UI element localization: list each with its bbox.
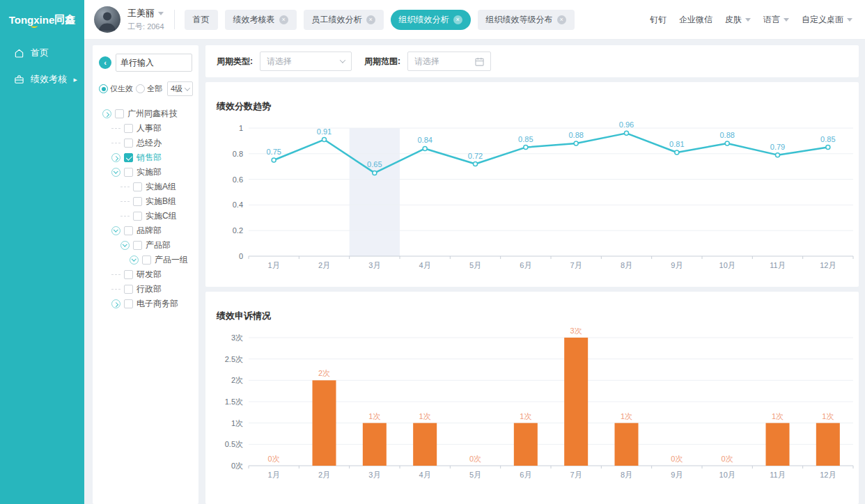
tree-node[interactable]: 人事部: [99, 121, 192, 136]
chevron-right-circle-icon[interactable]: [102, 109, 111, 118]
chevron-down-circle-icon[interactable]: [130, 255, 139, 265]
tree-connector-line: [111, 274, 120, 275]
tree-node-label: 实施A组: [146, 181, 176, 193]
svg-text:0.81: 0.81: [669, 140, 684, 148]
svg-text:0次: 0次: [231, 462, 243, 470]
svg-text:7月: 7月: [570, 261, 582, 269]
radio-option[interactable]: 仅生效: [99, 84, 133, 94]
workspace-tab[interactable]: 组织绩效分析×: [391, 10, 471, 30]
radio-option[interactable]: 全部: [136, 84, 162, 94]
svg-text:0次: 0次: [469, 455, 481, 463]
line-chart-title: 绩效分数趋势: [217, 100, 859, 113]
tree-node[interactable]: 品牌部: [99, 223, 192, 238]
tree-checkbox[interactable]: [124, 270, 133, 279]
svg-text:0.85: 0.85: [518, 135, 533, 143]
tree-node[interactable]: 产品一组: [99, 253, 192, 267]
sidebar-item-home[interactable]: 首页: [0, 40, 84, 66]
tab-label: 员工绩效分析: [312, 14, 362, 26]
tree-connector-line: [120, 187, 130, 187]
chevron-down-circle-icon[interactable]: [120, 241, 130, 250]
user-avatar[interactable]: [94, 6, 120, 33]
close-icon[interactable]: ×: [453, 15, 462, 24]
tree-node[interactable]: 实施C组: [99, 209, 192, 223]
workspace-tab[interactable]: 绩效考核表×: [225, 10, 297, 30]
tree-checkbox[interactable]: [124, 124, 133, 133]
tree-node[interactable]: 研发部: [99, 267, 192, 282]
close-icon[interactable]: ×: [557, 15, 566, 24]
chevron-down-circle-icon[interactable]: [111, 226, 120, 235]
chevron-down-icon: [784, 18, 789, 22]
chevron-right-circle-icon[interactable]: [111, 153, 120, 162]
tree-node[interactable]: 总经办: [99, 136, 192, 150]
tree-checkbox[interactable]: [124, 299, 133, 308]
collapse-panel-button[interactable]: ‹: [99, 56, 111, 69]
tree-node-label: 研发部: [137, 269, 162, 281]
tree-checkbox[interactable]: [142, 255, 151, 265]
tree-checkbox[interactable]: [124, 139, 133, 148]
tree-node[interactable]: 实施部: [99, 165, 192, 180]
svg-text:0.79: 0.79: [770, 143, 785, 151]
svg-text:0.2: 0.2: [233, 226, 243, 235]
close-icon[interactable]: ×: [279, 15, 288, 24]
tree-node[interactable]: 广州同鑫科技: [99, 107, 192, 121]
svg-text:2次: 2次: [318, 369, 330, 377]
chevron-down-icon[interactable]: [158, 12, 164, 15]
tree-connector-line: [111, 128, 120, 129]
top-menu-item[interactable]: 企业微信: [679, 14, 712, 26]
cycle-range-label: 周期范围:: [364, 56, 400, 68]
top-header: 王美丽 工号: 2064 首页绩效考核表×员工绩效分析×组织绩效分析×组织绩效等…: [84, 0, 865, 40]
level-select[interactable]: 4级: [167, 81, 193, 96]
tree-node[interactable]: 电子商务部: [99, 297, 192, 311]
tree-checkbox[interactable]: [124, 285, 133, 294]
tree-checkbox[interactable]: [115, 109, 124, 118]
tree-node[interactable]: 行政部: [99, 282, 192, 297]
tab-label: 组织绩效等级分布: [486, 14, 553, 26]
chevron-down-icon: [185, 85, 190, 90]
chevron-right-circle-icon[interactable]: [111, 299, 120, 308]
top-menu-item[interactable]: 皮肤: [725, 14, 751, 26]
tree-checkbox[interactable]: [133, 241, 142, 250]
calendar-icon: [475, 57, 484, 66]
chevron-down-circle-icon[interactable]: [111, 168, 120, 177]
workspace-tab[interactable]: 组织绩效等级分布×: [478, 10, 575, 30]
svg-text:2月: 2月: [318, 261, 330, 269]
menu-item-label: 企业微信: [679, 14, 712, 26]
tree-node[interactable]: 实施A组: [99, 180, 192, 194]
svg-text:1月: 1月: [268, 471, 280, 479]
tree-connector-line: [111, 143, 120, 143]
tree-node-label: 实施C组: [146, 210, 177, 222]
tree-checkbox[interactable]: [124, 168, 133, 177]
top-menu-item[interactable]: 语言: [763, 14, 789, 26]
svg-text:3次: 3次: [231, 333, 243, 342]
svg-text:0.96: 0.96: [619, 120, 634, 129]
workspace-tab[interactable]: 员工绩效分析×: [304, 10, 384, 30]
top-menu-item[interactable]: 自定义桌面: [802, 14, 852, 26]
score-trend-card: 绩效分数趋势 00.20.40.60.811月2月3月4月5月6月7月8月9月1…: [205, 82, 859, 287]
svg-text:1次: 1次: [231, 419, 243, 427]
tree-checkbox[interactable]: [133, 197, 142, 206]
tree-checkbox[interactable]: [124, 226, 133, 235]
cycle-type-select[interactable]: 请选择: [260, 52, 352, 71]
tree-checkbox[interactable]: [133, 182, 142, 191]
svg-text:7月: 7月: [570, 471, 582, 479]
tree-node[interactable]: 实施B组: [99, 194, 192, 209]
close-icon[interactable]: ×: [366, 15, 375, 24]
tree-node[interactable]: 产品部: [99, 238, 192, 253]
svg-text:1次: 1次: [621, 412, 632, 420]
user-info[interactable]: 王美丽 工号: 2064: [94, 6, 164, 33]
tree-checkbox[interactable]: [124, 153, 133, 162]
tree-node[interactable]: 销售部: [99, 150, 192, 165]
workspace-tab[interactable]: 首页: [185, 10, 218, 30]
cycle-range-picker[interactable]: 请选择: [407, 52, 491, 71]
sidebar: Tongxine同鑫 首页绩效考核▶: [0, 0, 84, 504]
svg-text:8月: 8月: [621, 471, 632, 479]
svg-text:1: 1: [239, 124, 243, 132]
tree-checkbox[interactable]: [133, 212, 142, 221]
top-menu-item[interactable]: 钉钉: [650, 14, 667, 26]
search-input[interactable]: [116, 54, 192, 72]
sidebar-item-performance[interactable]: 绩效考核▶: [0, 66, 84, 93]
employee-id: 工号: 2064: [127, 22, 164, 32]
tree-connector-line: [120, 201, 130, 202]
tree-node-label: 人事部: [137, 123, 162, 134]
sidebar-item-label: 绩效考核: [31, 73, 67, 86]
